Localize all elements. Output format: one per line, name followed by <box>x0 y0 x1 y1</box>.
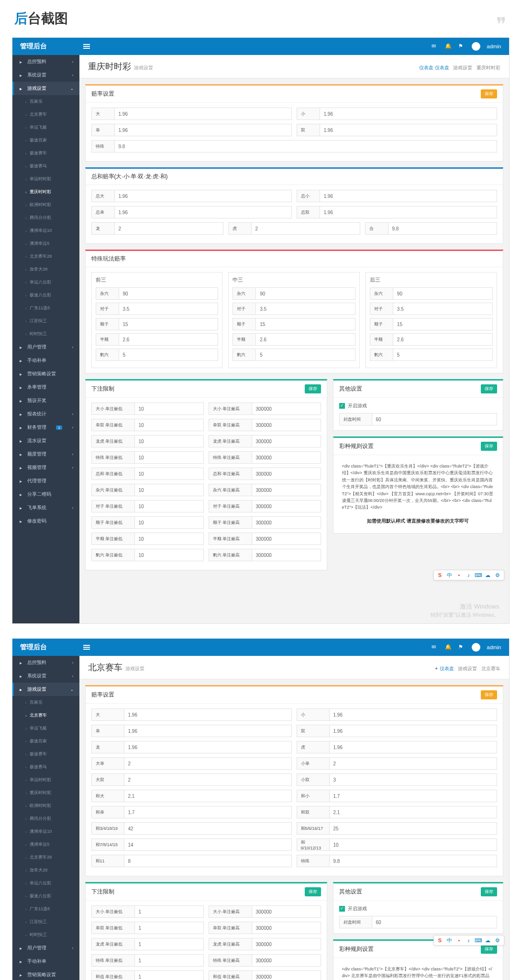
rate-input[interactable] <box>124 839 291 850</box>
rate-input[interactable] <box>256 334 355 345</box>
sidebar-subitem[interactable]: ○极速百家 <box>12 134 79 147</box>
save-button[interactable]: 保存 <box>305 887 321 896</box>
rate-input[interactable] <box>330 855 497 867</box>
rule-textarea[interactable]: <div class="RuleT1">【重庆欢乐生肖】</div> <div … <box>339 460 497 514</box>
rate-input[interactable] <box>135 484 203 496</box>
rate-input[interactable] <box>119 334 218 345</box>
sidebar-subitem[interactable]: ○澳洲幸运5 <box>12 838 79 851</box>
sidebar-item[interactable]: ▸总控预料› <box>12 55 79 68</box>
sidebar-subitem[interactable]: ○澳洲幸运10 <box>12 825 79 838</box>
rate-input[interactable] <box>330 725 497 737</box>
sidebar-item[interactable]: ▸用户管理‹ <box>12 340 79 354</box>
sidebar-subitem[interactable]: ○欧洲时时彩 <box>12 799 79 812</box>
ime-toolbar[interactable]: S 中 • ♪ ⌨ ☁ ⚙ <box>433 570 504 580</box>
rate-input[interactable] <box>256 288 355 299</box>
mail-icon[interactable]: ✉ <box>432 43 438 50</box>
sidebar-item[interactable]: ▸营销策略设置 <box>12 367 79 381</box>
rate-input[interactable] <box>388 223 497 234</box>
rate-input[interactable] <box>330 758 497 769</box>
rate-input[interactable] <box>135 452 203 463</box>
sidebar-subitem[interactable]: ○江苏快三 <box>12 315 79 327</box>
rate-input[interactable] <box>256 349 355 360</box>
sidebar-subitem[interactable]: ○极速赛车 <box>12 147 79 160</box>
rate-input[interactable] <box>252 938 321 950</box>
rate-input[interactable] <box>256 303 355 315</box>
save-button[interactable]: 保存 <box>481 384 497 393</box>
rule-textarea[interactable]: <div class="RuleT1">【北京赛车】</div> <div cl… <box>339 963 497 980</box>
save-button[interactable]: 保存 <box>481 89 497 98</box>
rate-input[interactable] <box>119 288 218 299</box>
rate-input[interactable] <box>252 223 360 234</box>
save-button[interactable]: 保存 <box>481 945 497 954</box>
rate-input[interactable] <box>252 533 321 544</box>
rate-input[interactable] <box>119 303 218 315</box>
sidebar-subitem[interactable]: ○广东11选5 <box>12 302 79 315</box>
rate-input[interactable] <box>115 190 291 202</box>
rate-input[interactable] <box>135 436 203 447</box>
rate-input[interactable] <box>124 855 291 867</box>
rate-input[interactable] <box>252 971 321 980</box>
rate-input[interactable] <box>135 501 203 512</box>
menu-toggle[interactable] <box>79 38 94 55</box>
ime-toolbar[interactable]: S 中 • ♪ ⌨ ☁ ⚙ <box>433 935 504 946</box>
rate-input[interactable] <box>135 922 203 934</box>
flag-icon[interactable]: ⚑ <box>458 644 465 651</box>
sidebar-item[interactable]: ▸飞单系统‹ <box>12 501 79 514</box>
rate-input[interactable] <box>330 709 497 720</box>
crumb-home[interactable]: 仪表盘 <box>440 666 454 671</box>
enable-checkbox[interactable] <box>339 906 345 912</box>
sidebar-subitem[interactable]: ○极速赛马 <box>12 761 79 773</box>
sidebar-subitem[interactable]: ○极速赛马 <box>12 160 79 173</box>
rate-input[interactable] <box>393 334 492 345</box>
rate-input[interactable] <box>252 922 321 934</box>
rate-input[interactable] <box>124 758 291 769</box>
sidebar-item[interactable]: ▸总控预料› <box>12 656 79 669</box>
sidebar-item[interactable]: ▸视频管理‹ <box>12 461 79 474</box>
rate-input[interactable] <box>320 190 497 202</box>
username[interactable]: admin <box>487 644 501 650</box>
rate-input[interactable] <box>330 790 497 802</box>
rate-input[interactable] <box>252 955 321 966</box>
rate-input[interactable] <box>252 436 321 447</box>
sidebar-item[interactable]: ▸修改密码 <box>12 514 79 528</box>
rate-input[interactable] <box>252 419 321 431</box>
enable-checkbox[interactable] <box>339 403 345 409</box>
sidebar-item[interactable]: ▸分享二维码 <box>12 488 79 501</box>
rate-input[interactable] <box>320 207 497 218</box>
sidebar-item[interactable]: ▸营销策略设置 <box>12 968 79 980</box>
rate-input[interactable] <box>119 318 218 330</box>
sidebar-item[interactable]: ▸预设开奖 <box>12 394 79 407</box>
sidebar-item[interactable]: ▸系统设置› <box>12 669 79 683</box>
save-button[interactable]: 保存 <box>481 442 497 451</box>
rate-input[interactable] <box>330 741 497 753</box>
rate-input[interactable] <box>320 124 497 136</box>
username[interactable]: admin <box>487 44 501 49</box>
rate-input[interactable] <box>135 419 203 431</box>
rate-input[interactable] <box>252 517 321 528</box>
rate-input[interactable] <box>135 906 203 917</box>
rate-input[interactable] <box>135 533 203 544</box>
sidebar-subitem[interactable]: ○澳洲幸运10 <box>12 224 79 237</box>
sidebar-subitem[interactable]: ○极速八位彩 <box>12 890 79 903</box>
save-button[interactable]: 保存 <box>481 887 497 896</box>
crumb-home[interactable]: 仪表盘 <box>419 65 433 70</box>
rate-input[interactable] <box>115 207 291 218</box>
rate-input[interactable] <box>393 288 492 299</box>
rate-input[interactable] <box>330 774 497 785</box>
rate-input[interactable] <box>124 725 291 737</box>
sidebar-item[interactable]: ▸报表统计‹ <box>12 407 79 421</box>
rate-input[interactable] <box>330 839 497 850</box>
rate-input[interactable] <box>115 223 223 234</box>
sidebar-subitem[interactable]: ○北京赛车 <box>12 108 79 121</box>
flag-icon[interactable]: ⚑ <box>458 43 465 50</box>
sidebar-subitem[interactable]: ○加拿大28 <box>12 864 79 877</box>
rate-input[interactable] <box>252 501 321 512</box>
avatar[interactable] <box>472 643 480 652</box>
sidebar-subitem[interactable]: ○幸运飞艇 <box>12 121 79 134</box>
sidebar-item[interactable]: ▸用户管理‹ <box>12 941 79 955</box>
rate-input[interactable] <box>135 938 203 950</box>
rate-input[interactable] <box>256 318 355 330</box>
sidebar-subitem[interactable]: ○幸运八位彩 <box>12 276 79 289</box>
rate-input[interactable] <box>330 806 497 818</box>
sidebar-subitem[interactable]: ○澳洲幸运5 <box>12 237 79 250</box>
